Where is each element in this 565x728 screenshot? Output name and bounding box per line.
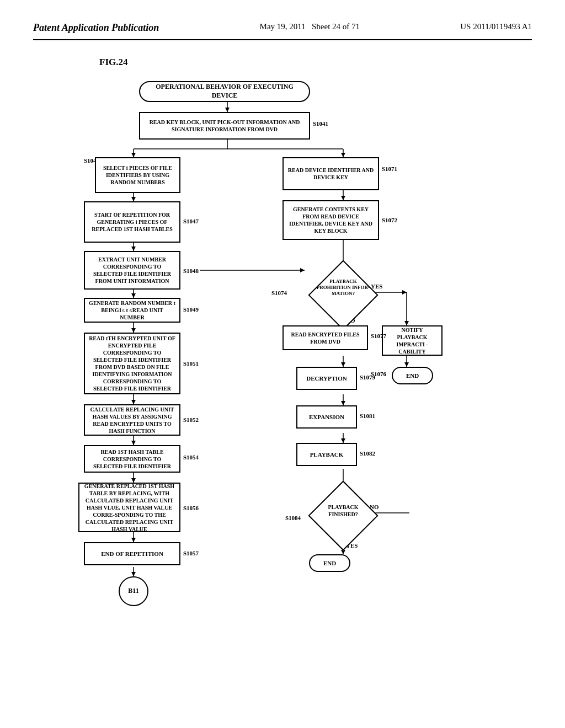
b11-circle: B11 [119, 576, 148, 606]
svg-marker-32 [402, 290, 407, 295]
label-S1049: S1049 [183, 306, 199, 313]
step-S1081: EXPANSION [296, 405, 357, 429]
step-S1041: READ KEY BLOCK, UNIT PICK-OUT INFORMATIO… [139, 112, 310, 140]
svg-marker-52 [404, 362, 409, 367]
label-S1051: S1051 [183, 360, 199, 367]
label-S1056: S1056 [183, 505, 199, 511]
step-S1051: READ tTH ENCRYPTED UNIT OF ENCRYPTED FIL… [84, 333, 180, 394]
svg-marker-39 [341, 401, 345, 405]
label-S1041: S1041 [313, 120, 328, 127]
step-S1052: CALCULATE REPLACING UNIT HASH VALUES BY … [84, 404, 180, 436]
finished-diamond-text: PLAYBACK FINISHED? [316, 504, 371, 518]
step-S1057: END OF REPETITION [84, 542, 180, 565]
step-S1048: EXTRACT UNIT NUMBER CORRESPONDING TO SEL… [84, 251, 180, 290]
step-S1047: START OF REPETITION FOR GENERATING i PIE… [84, 201, 180, 243]
label-S1048: S1048 [183, 267, 199, 274]
flowchart: YES NO YES [67, 74, 498, 681]
label-S1054: S1054 [183, 454, 199, 461]
diagram-container: FIG.24 [33, 57, 532, 681]
step-S1046: SELECT i PIECES OF FILE IDENTIFIERS BY U… [95, 157, 180, 193]
step-S1079: DECRYPTION [296, 367, 357, 390]
end-oval: END [309, 554, 350, 572]
svg-marker-5 [131, 153, 136, 157]
svg-marker-37 [341, 362, 345, 367]
step-S1082: PLAYBACK [296, 443, 357, 466]
svg-marker-54 [300, 268, 305, 272]
svg-marker-11 [131, 247, 136, 251]
step-S1071: READ DEVICE IDENTIFIER AND DEVICE KEY [282, 157, 379, 190]
svg-text:YES: YES [371, 283, 382, 290]
playback-diamond-text: PLAYBACK PROHIBITION INFOR- MATION? [315, 279, 372, 296]
label-S1081: S1081 [360, 413, 375, 419]
step-S1077: READ ENCRYPTED FILES FROM DVD [282, 325, 368, 350]
label-S1074: S1074 [271, 290, 287, 296]
notify-box: NOTIFY PLAYBACK IMPRACTI -CABILITY [382, 325, 443, 356]
svg-marker-17 [131, 400, 136, 404]
figure-title: FIG.24 [99, 57, 127, 68]
sheet-info: Sheet 24 of 71 [312, 22, 360, 31]
svg-marker-19 [131, 441, 136, 445]
svg-marker-13 [131, 293, 136, 298]
svg-marker-41 [341, 438, 345, 443]
publication-title: Patent Application Publication [33, 22, 159, 34]
step-S1054: READ 1ST HASH TABLE CORRESPONDING TO SEL… [84, 445, 180, 473]
header-center: May 19, 2011 Sheet 24 of 71 [260, 22, 360, 31]
step-S1072: GENERATE CONTENTS KEY FROM READ DEVICE I… [282, 200, 379, 240]
page: Patent Application Publication May 19, 2… [0, 0, 565, 728]
step-S1056: GENERATE REPLACED 1ST HASH TABLE BY REPL… [78, 483, 180, 532]
svg-marker-50 [404, 321, 409, 325]
step-S1049: GENERATE RANDOM NUMBER t BEING1≤ t ≤READ… [84, 298, 180, 323]
svg-marker-23 [131, 538, 136, 542]
label-S1079: S1079 [360, 374, 375, 381]
label-S1077: S1077 [371, 333, 386, 339]
title-box: OPERATIONAL BEHAVIOR OF EXECUTING DEVICE [139, 81, 310, 102]
svg-marker-7 [341, 153, 345, 157]
label-S1082: S1082 [360, 450, 375, 457]
label-S1057: S1057 [183, 550, 199, 556]
svg-marker-27 [341, 196, 345, 200]
patent-number: US 2011/0119493 A1 [460, 22, 532, 31]
page-header: Patent Application Publication May 19, 2… [33, 22, 532, 40]
publication-date: May 19, 2011 [260, 22, 306, 31]
label-S1084: S1084 [285, 515, 301, 521]
label-S1071: S1071 [382, 165, 397, 172]
svg-marker-25 [131, 572, 136, 576]
label-S1052: S1052 [183, 416, 199, 423]
label-S1072: S1072 [382, 217, 397, 223]
svg-marker-15 [131, 328, 136, 333]
svg-marker-1 [225, 108, 230, 112]
label-S1047: S1047 [183, 218, 199, 224]
svg-marker-9 [131, 197, 136, 201]
step-S1076-end: END [392, 367, 433, 384]
